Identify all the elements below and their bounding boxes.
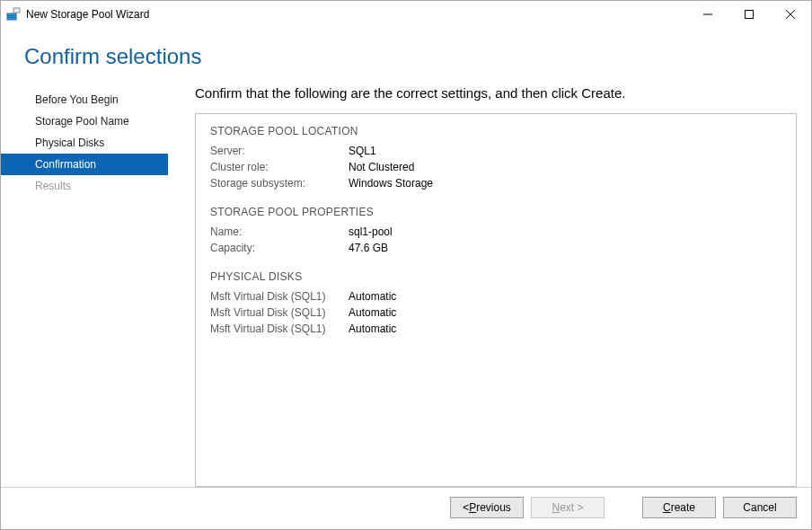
value-name: sql1-pool xyxy=(349,225,393,238)
page-header: Confirm selections xyxy=(1,28,811,85)
label-cluster-role: Cluster role: xyxy=(210,161,349,173)
create-button[interactable]: Create xyxy=(642,497,716,518)
section-title-physical-disks: PHYSICAL DISKS xyxy=(210,270,781,283)
window-title: New Storage Pool Wizard xyxy=(26,8,149,21)
titlebar: New Storage Pool Wizard xyxy=(1,1,811,28)
disk-mode: Automatic xyxy=(349,290,396,303)
step-before-you-begin[interactable]: Before You Begin xyxy=(1,89,168,110)
page-title: Confirm selections xyxy=(24,44,811,69)
svg-rect-5 xyxy=(746,11,754,19)
svg-rect-2 xyxy=(7,17,16,18)
value-storage-subsystem: Windows Storage xyxy=(349,177,433,190)
section-title-location: STORAGE POOL LOCATION xyxy=(210,125,781,137)
disk-name: Msft Virtual Disk (SQL1) xyxy=(210,290,349,303)
value-cluster-role: Not Clustered xyxy=(349,161,414,173)
wizard-body: Before You Begin Storage Pool Name Physi… xyxy=(1,85,811,487)
cancel-button[interactable]: Cancel xyxy=(723,497,797,518)
wizard-window: New Storage Pool Wizard Confirm selectio… xyxy=(0,0,812,530)
disk-name: Msft Virtual Disk (SQL1) xyxy=(210,322,349,335)
wizard-main: Confirm that the following are the corre… xyxy=(168,85,797,487)
svg-rect-3 xyxy=(13,8,20,13)
step-results: Results xyxy=(1,175,168,197)
section-title-properties: STORAGE POOL PROPERTIES xyxy=(210,206,781,218)
row-name: Name: sql1-pool xyxy=(210,224,781,240)
next-button: Next > xyxy=(531,497,605,518)
disk-mode: Automatic xyxy=(349,322,396,335)
label-server: Server: xyxy=(210,145,349,157)
disk-row: Msft Virtual Disk (SQL1) Automatic xyxy=(210,288,781,305)
disk-mode: Automatic xyxy=(349,306,396,319)
step-storage-pool-name[interactable]: Storage Pool Name xyxy=(1,110,168,132)
value-server: SQL1 xyxy=(349,145,376,157)
row-storage-subsystem: Storage subsystem: Windows Storage xyxy=(210,175,781,191)
step-physical-disks[interactable]: Physical Disks xyxy=(1,132,168,154)
label-storage-subsystem: Storage subsystem: xyxy=(210,177,349,190)
close-button[interactable] xyxy=(770,1,811,28)
row-cluster-role: Cluster role: Not Clustered xyxy=(210,159,781,175)
wizard-steps-sidebar: Before You Begin Storage Pool Name Physi… xyxy=(1,85,168,487)
previous-button[interactable]: < Previous xyxy=(450,497,524,518)
value-capacity: 47.6 GB xyxy=(349,242,388,254)
storage-pool-icon xyxy=(6,7,21,22)
disk-row: Msft Virtual Disk (SQL1) Automatic xyxy=(210,305,781,321)
wizard-footer: < Previous Next > Create Cancel xyxy=(1,487,811,529)
maximize-button[interactable] xyxy=(728,1,770,28)
row-server: Server: SQL1 xyxy=(210,143,781,159)
row-capacity: Capacity: 47.6 GB xyxy=(210,240,781,256)
minimize-button[interactable] xyxy=(687,1,728,28)
step-confirmation[interactable]: Confirmation xyxy=(1,154,168,175)
disk-row: Msft Virtual Disk (SQL1) Automatic xyxy=(210,321,781,337)
disk-name: Msft Virtual Disk (SQL1) xyxy=(210,306,349,319)
confirmation-panel: STORAGE POOL LOCATION Server: SQL1 Clust… xyxy=(195,113,797,487)
window-controls xyxy=(687,1,811,28)
label-capacity: Capacity: xyxy=(210,242,349,254)
svg-rect-1 xyxy=(7,15,16,16)
instruction-text: Confirm that the following are the corre… xyxy=(195,85,797,101)
svg-rect-0 xyxy=(7,13,16,20)
label-name: Name: xyxy=(210,225,349,238)
